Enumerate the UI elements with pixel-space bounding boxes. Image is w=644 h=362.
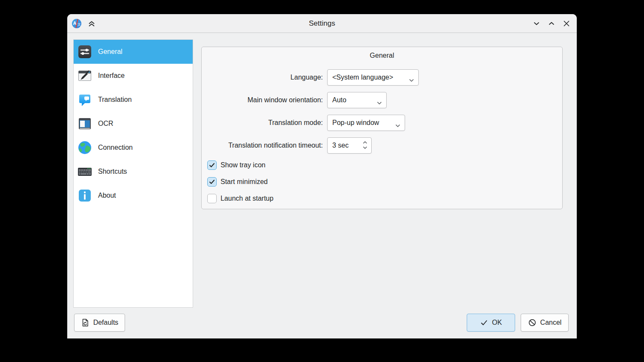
translation-mode-value: Pop-up window [332, 119, 379, 127]
globe-icon [77, 140, 92, 155]
checkbox-box[interactable] [207, 160, 217, 170]
checkbox-label: Start minimized [221, 177, 268, 187]
show-tray-icon-checkbox[interactable]: Show tray icon [207, 160, 265, 170]
info-icon [77, 188, 92, 203]
timeout-value: 3 sec [332, 142, 349, 149]
spin-down-icon [363, 146, 367, 149]
defaults-button[interactable]: Defaults [74, 314, 125, 332]
keyboard-icon [77, 164, 92, 179]
language-dropdown[interactable]: <System language> [327, 69, 419, 86]
translation-mode-dropdown[interactable]: Pop-up window [327, 115, 405, 131]
cancel-button-label: Cancel [540, 319, 562, 326]
sidebar-item-translation[interactable]: Translation [74, 88, 193, 112]
timeout-row: Translation notification timeout: 3 sec [202, 137, 562, 154]
minimize-icon[interactable] [531, 18, 542, 29]
sidebar-item-label: About [98, 192, 116, 199]
cancel-button[interactable]: Cancel [521, 314, 569, 332]
sidebar-item-interface[interactable]: Interface [74, 64, 193, 88]
orientation-value: Auto [332, 96, 346, 104]
titlebar[interactable]: A 文 Settings [67, 14, 577, 33]
orientation-row: Main window orientation: Auto [202, 92, 562, 108]
checkbox-box[interactable] [207, 194, 217, 203]
chevron-down-icon [409, 76, 414, 84]
paintbrush-window-icon [77, 68, 92, 83]
sidebar-item-ocr[interactable]: OCR [74, 112, 193, 136]
window-title: Settings [67, 14, 577, 33]
chevron-down-icon [395, 122, 400, 129]
ok-button[interactable]: OK [467, 314, 515, 332]
translation-mode-label: Translation mode: [202, 115, 323, 131]
scanner-icon [77, 116, 92, 131]
sidebar-item-label: Connection [98, 144, 133, 151]
check-icon [209, 162, 215, 169]
language-label: Language: [202, 69, 323, 86]
spinbox-arrows[interactable] [363, 141, 367, 149]
sliders-icon [77, 44, 92, 59]
check-icon [480, 319, 488, 327]
checkbox-label: Launch at startup [221, 194, 274, 203]
sidebar-item-label: Translation [98, 96, 132, 104]
document-revert-icon [81, 318, 89, 327]
maximize-icon[interactable] [546, 18, 557, 29]
timeout-spinbox[interactable]: 3 sec [327, 137, 372, 154]
checkbox-label: Show tray icon [221, 160, 265, 170]
settings-window: A 文 Settings [67, 14, 577, 338]
orientation-label: Main window orientation: [202, 92, 323, 108]
close-icon[interactable] [561, 18, 572, 29]
checkbox-box[interactable] [207, 177, 217, 187]
speech-bubble-icon [77, 92, 92, 107]
timeout-label: Translation notification timeout: [202, 137, 323, 154]
language-row: Language: <System language> [202, 69, 562, 86]
sidebar-item-label: Shortcuts [98, 168, 127, 175]
language-value: <System language> [332, 74, 393, 81]
start-minimized-checkbox[interactable]: Start minimized [207, 177, 268, 187]
settings-category-list: General Interface [73, 39, 193, 308]
orientation-dropdown[interactable]: Auto [327, 92, 387, 108]
sidebar-item-connection[interactable]: Connection [74, 136, 193, 160]
screen-background: A 文 Settings [0, 0, 644, 362]
chevron-down-icon [377, 99, 382, 107]
ok-button-label: OK [492, 319, 502, 326]
general-settings-group: General Language: <System language> Main… [201, 47, 563, 209]
translation-mode-row: Translation mode: Pop-up window [202, 115, 562, 131]
defaults-button-label: Defaults [93, 319, 119, 326]
sidebar-item-shortcuts[interactable]: Shortcuts [74, 160, 193, 184]
sidebar-item-label: Interface [98, 72, 125, 80]
sidebar-item-general[interactable]: General [74, 40, 193, 64]
launch-at-startup-checkbox[interactable]: Launch at startup [207, 194, 274, 203]
sidebar-item-label: General [98, 48, 122, 56]
groupbox-title: General [202, 52, 562, 59]
check-icon [209, 178, 215, 185]
sidebar-item-label: OCR [98, 120, 113, 128]
prohibition-icon [528, 318, 537, 327]
spin-up-icon [363, 141, 367, 144]
sidebar-item-about[interactable]: About [74, 184, 193, 208]
